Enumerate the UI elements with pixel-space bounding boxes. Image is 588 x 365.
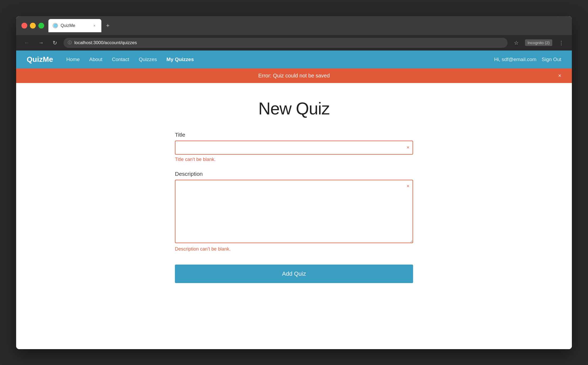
nav-link-my-quizzes[interactable]: My Quizzes — [166, 57, 194, 62]
maximize-window-button[interactable] — [38, 23, 44, 29]
main-content: New Quiz Title × Title can't be blank. D… — [16, 83, 572, 349]
error-message: Error: Quiz could not be saved — [258, 73, 330, 79]
add-quiz-button[interactable]: Add Quiz — [175, 265, 413, 283]
tab-title: QuizMe — [61, 23, 89, 28]
url-display: localhost:3000/account/quizzes — [74, 40, 137, 45]
minimize-window-button[interactable] — [30, 23, 36, 29]
user-greeting: Hi, sdf@email.com — [494, 57, 536, 62]
app-content: QuizMe Home About Contact Quizzes My Qui… — [16, 50, 572, 349]
nav-link-about[interactable]: About — [89, 57, 102, 62]
description-clear-button[interactable]: × — [406, 183, 409, 189]
bookmark-button[interactable]: ☆ — [511, 38, 521, 48]
title-input[interactable] — [175, 141, 413, 155]
reload-button[interactable]: ↻ — [50, 38, 60, 48]
window-controls — [21, 23, 44, 29]
forward-button[interactable]: → — [36, 38, 46, 47]
nav-links: Home About Contact Quizzes My Quizzes — [66, 57, 494, 62]
error-banner: Error: Quiz could not be saved × — [16, 68, 572, 83]
page-title: New Quiz — [258, 99, 329, 118]
quiz-form: Title × Title can't be blank. Descriptio… — [175, 132, 413, 283]
error-close-button[interactable]: × — [558, 73, 561, 79]
close-window-button[interactable] — [21, 23, 27, 29]
title-form-group: Title × Title can't be blank. — [175, 132, 413, 162]
title-input-wrapper: × — [175, 141, 413, 155]
description-textarea-wrapper: × — [175, 180, 413, 244]
tab-bar: 🌐 QuizMe × + — [48, 19, 567, 32]
url-text: localhost:3000/account/quizzes — [74, 40, 137, 45]
secure-icon: ⓘ — [68, 40, 72, 45]
nav-link-quizzes[interactable]: Quizzes — [139, 57, 157, 62]
description-label: Description — [175, 171, 413, 177]
nav-link-contact[interactable]: Contact — [112, 57, 129, 62]
nav-link-home[interactable]: Home — [66, 57, 80, 62]
title-label: Title — [175, 132, 413, 138]
back-button[interactable]: ← — [21, 38, 32, 47]
sign-out-link[interactable]: Sign Out — [542, 57, 561, 62]
incognito-badge: Incognito (2) — [525, 39, 552, 46]
url-bar[interactable]: ⓘ localhost:3000/account/quizzes — [64, 38, 508, 48]
browser-tab[interactable]: 🌐 QuizMe × — [48, 19, 101, 32]
nav-user: Hi, sdf@email.com Sign Out — [494, 57, 561, 62]
address-bar: ← → ↻ ⓘ localhost:3000/account/quizzes ☆… — [16, 35, 572, 50]
app-nav: QuizMe Home About Contact Quizzes My Qui… — [16, 50, 572, 68]
browser-window: 🌐 QuizMe × + ← → ↻ ⓘ localhost:3000/acco… — [16, 16, 572, 349]
new-tab-button[interactable]: + — [103, 21, 112, 30]
tab-globe-icon: 🌐 — [53, 23, 58, 28]
app-brand: QuizMe — [27, 55, 53, 64]
incognito-label: Incognito (2) — [528, 40, 550, 45]
title-bar: 🌐 QuizMe × + — [16, 16, 572, 35]
description-form-group: Description × Description can't be blank… — [175, 171, 413, 252]
tab-close-button[interactable]: × — [92, 23, 97, 28]
description-error: Description can't be blank. — [175, 246, 413, 252]
description-textarea[interactable] — [175, 180, 413, 243]
more-options-button[interactable]: ⋮ — [556, 38, 567, 48]
title-clear-button[interactable]: × — [406, 145, 409, 150]
title-error: Title can't be blank. — [175, 157, 413, 162]
